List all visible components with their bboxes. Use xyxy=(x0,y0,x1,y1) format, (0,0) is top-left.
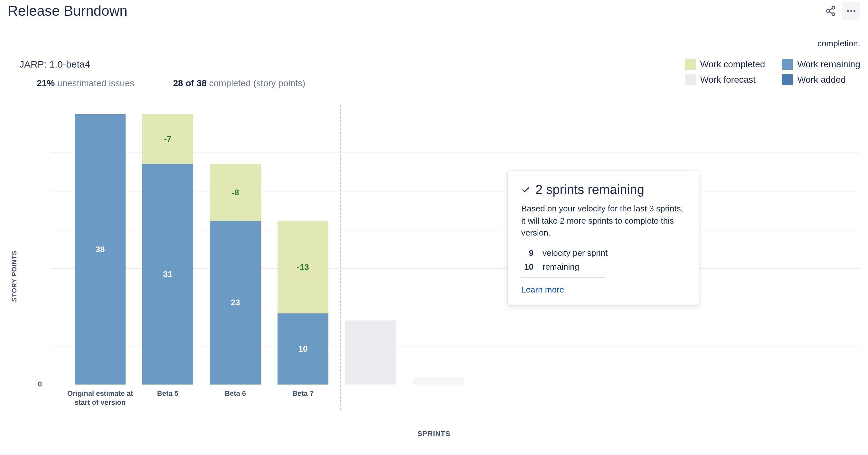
completed-segment: -13 xyxy=(278,221,329,314)
x-tick-label: Beta 5 xyxy=(134,385,202,398)
svg-point-6 xyxy=(850,10,852,12)
remaining-value: 10 xyxy=(521,262,533,272)
remaining-row: 10 remaining xyxy=(521,260,685,274)
chart-bars: 38Original estimate at start of version3… xyxy=(66,114,860,385)
legend-added: Work added xyxy=(782,74,860,85)
share-icon xyxy=(825,5,836,17)
card-divider xyxy=(521,277,605,278)
completed-stat: 28 of 38 completed (story points) xyxy=(173,78,306,89)
svg-point-2 xyxy=(832,13,835,16)
chart-column[interactable] xyxy=(337,114,404,385)
completed-value: 28 of 38 xyxy=(173,78,207,88)
legend-forecast: Work forecast xyxy=(685,74,765,85)
svg-point-1 xyxy=(827,10,829,12)
remaining-label: remaining xyxy=(542,262,579,272)
page-title: Release Burndown xyxy=(8,3,127,19)
x-axis-label: SPRINTS xyxy=(8,430,860,438)
svg-line-3 xyxy=(829,8,832,10)
forecast-card-title: 2 sprints remaining xyxy=(535,183,644,197)
remaining-segment: 31 xyxy=(142,164,193,385)
legend-remaining-label: Work remaining xyxy=(797,59,860,69)
svg-point-5 xyxy=(847,10,849,12)
share-button[interactable] xyxy=(822,2,840,20)
forecast-card-desc: Based on your velocity for the last 3 sp… xyxy=(521,203,685,239)
legend: Work completed Work remaining Work forec… xyxy=(685,59,860,85)
completed-segment: -7 xyxy=(142,114,193,164)
legend-remaining: Work remaining xyxy=(782,59,860,70)
swatch-added xyxy=(782,74,793,85)
completed-label: completed (story points) xyxy=(209,78,306,88)
legend-added-label: Work added xyxy=(797,75,845,85)
learn-more-link[interactable]: Learn more xyxy=(521,285,564,294)
more-actions-button[interactable] xyxy=(842,2,860,20)
forecast-segment xyxy=(345,321,396,385)
more-horizontal-icon xyxy=(846,5,857,17)
remaining-segment: 38 xyxy=(75,114,126,385)
chart-column[interactable]: 38Original estimate at start of version xyxy=(66,114,134,385)
zero-tick: 0 xyxy=(38,380,42,388)
swatch-completed xyxy=(685,59,696,70)
svg-point-0 xyxy=(832,6,835,9)
chart-column[interactable]: 31-7Beta 5 xyxy=(134,114,202,385)
chart-plot: 0 38Original estimate at start of versio… xyxy=(50,114,860,385)
swatch-forecast xyxy=(685,74,696,85)
forecast-card: 2 sprints remaining Based on your veloci… xyxy=(507,170,699,305)
chart-column[interactable]: 23-8Beta 6 xyxy=(202,114,269,385)
unestimated-label: unestimated issues xyxy=(57,78,134,88)
chart-column[interactable] xyxy=(404,114,472,385)
velocity-label: velocity per sprint xyxy=(542,248,608,258)
forecast-segment xyxy=(413,378,464,385)
unestimated-stat: 21% unestimated issues xyxy=(37,78,134,89)
x-tick-label: Beta 7 xyxy=(269,385,337,398)
completed-segment: -8 xyxy=(210,164,261,221)
swatch-remaining xyxy=(782,59,793,70)
legend-completed-label: Work completed xyxy=(700,59,765,69)
velocity-value: 9 xyxy=(521,248,533,258)
x-tick-label: Original estimate at start of version xyxy=(66,385,134,407)
unestimated-pct: 21% xyxy=(37,78,55,88)
velocity-row: 9 velocity per sprint xyxy=(521,246,685,260)
svg-line-4 xyxy=(829,11,832,13)
version-label: JARP: 1.0-beta4 xyxy=(19,59,685,70)
remaining-segment: 23 xyxy=(210,221,261,385)
legend-completed: Work completed xyxy=(685,59,765,70)
legend-forecast-label: Work forecast xyxy=(700,75,756,85)
check-icon xyxy=(521,185,530,194)
corner-text: completion. xyxy=(817,39,860,48)
x-tick-label: Beta 6 xyxy=(202,385,269,398)
svg-point-7 xyxy=(854,10,856,12)
y-axis-label: STORY POINTS xyxy=(11,250,18,301)
chart-column[interactable]: 10-13Beta 7 xyxy=(269,114,337,385)
remaining-segment: 10 xyxy=(278,314,329,385)
